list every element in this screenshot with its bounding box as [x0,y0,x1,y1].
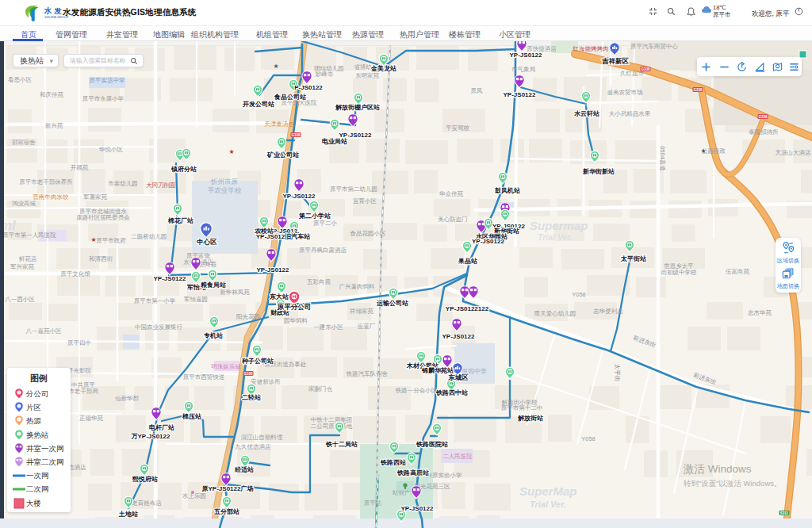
svg-text:原平市政府: 原平市政府 [96,237,126,244]
svg-text:宜育小区: 宜育小区 [353,197,377,205]
svg-text:YP-JS0122: YP-JS0122 [257,266,289,274]
svg-text:新华林凤苑: 新华林凤苑 [220,289,250,296]
svg-text:原平四中: 原平四中 [67,339,91,346]
svg-text:铁路西站: 铁路西站 [380,459,406,466]
svg-text:老百姓布店: 老百姓布店 [132,499,162,507]
svg-text:园华饲料: 园华饲料 [284,317,308,324]
svg-text:YP-JS0122: YP-JS0122 [442,333,475,340]
svg-text:广兴薯肉饲料: 广兴薯肉饲料 [339,283,376,290]
svg-text:鸿业高城: 鸿业高城 [12,200,36,207]
svg-text:食品公司站: 食品公司站 [274,94,306,101]
svg-text:运输公司站: 运输公司站 [376,300,408,307]
svg-text:原平实达中学: 原平实达中学 [90,77,126,84]
svg-text:二人民医院: 二人民医院 [442,453,473,460]
svg-text:和庆佳苑: 和庆佳苑 [40,91,64,98]
svg-text:食品花园小区: 食品花园小区 [350,230,387,237]
svg-text:军怡嘉园: 军怡嘉园 [184,296,208,303]
svg-text:看悉小区: 看悉小区 [8,76,33,83]
svg-text:平安驾校: 平安驾校 [446,124,470,132]
svg-text:正德华苑: 正德华苑 [79,415,104,422]
svg-text:原平市永康小学: 原平市永康小学 [82,95,124,102]
svg-text:熙悦府站: 熙悦府站 [132,475,158,483]
svg-text:平农业学校: 平农业学校 [208,186,242,194]
svg-text:军藩家苑: 军藩家苑 [83,193,108,201]
svg-text:解放街棚户区站: 解放街棚户区站 [335,104,380,111]
svg-text:★: ★ [273,63,278,70]
svg-text:原平市第二幼儿园: 原平市第二幼儿园 [330,186,377,193]
svg-text:原平分公司: 原平分公司 [277,303,312,311]
svg-text:街初级中学校: 街初级中学校 [661,269,698,276]
svg-text:原平市第一人民医院: 原平市第一人民医院 [2,231,56,239]
svg-text:原凤: 原凤 [471,87,484,94]
svg-text:康路社区居民委员会: 康路社区居民委员会 [76,214,130,221]
svg-text:YP-JS0122: YP-JS0122 [510,52,542,59]
svg-text:美心防盗门: 美心防盗门 [438,216,468,223]
svg-text:YP-JS0122: YP-JS0122 [504,91,536,98]
svg-text:镇府分站: 镇府分站 [170,165,197,173]
svg-text:伍富向苑: 伍富向苑 [726,268,750,275]
svg-text:YP-JS0122: YP-JS0122 [401,505,434,512]
svg-text:Trial Ver.: Trial Ver. [538,232,573,242]
svg-text:一建东小区: 一建东小区 [313,323,343,331]
svg-text:G338: G338 [758,115,768,119]
svg-text:泰隆招待所: 泰隆招待所 [749,128,779,136]
svg-text:雨关爱心幼儿园: 雨关爱心幼儿园 [534,310,576,317]
svg-text:种子公司站: 种子公司站 [241,358,274,365]
svg-text:粮食局站: 粮食局站 [200,281,226,289]
svg-text:电杆厂站: 电杆厂站 [149,424,174,431]
svg-text:兴原实验小学: 兴原实验小学 [427,472,463,479]
svg-text:G108: G108 [243,372,253,376]
svg-text:太平街站: 太平街站 [620,255,646,262]
svg-text:大小武精品水果: 大小武精品水果 [609,110,651,117]
svg-text:经适站: 经适站 [234,466,254,473]
svg-text:天涯山大酒店: 天涯山大酒店 [776,149,812,156]
svg-text:棉压站: 棉压站 [182,413,201,420]
svg-text:中心区: 中心区 [197,238,217,246]
svg-text:星光影院: 星光影院 [67,367,92,374]
svg-text:湿江山自助料理: 湿江山自助料理 [241,434,283,441]
svg-text:金美龙站: 金美龙站 [370,64,396,72]
svg-text:水云轩站: 水云轩站 [573,110,599,117]
svg-text:YP-JS0122122: YP-JS0122122 [446,305,489,312]
svg-text:电业局站: 电业局站 [322,138,347,145]
svg-text:★: ★ [90,236,96,243]
svg-text:晋南牛肉水饺: 晋南牛肉水饺 [33,193,70,201]
svg-text:天津童汤包: 天津童汤包 [264,121,294,128]
svg-text:华悦小区: 华悦小区 [98,146,124,153]
svg-text:市气象局: 市气象局 [511,66,536,73]
svg-text:专机站: 专机站 [203,332,223,339]
svg-text:中国农业发展银行: 中国农业发展银行 [135,323,183,331]
svg-text:YP-JS0122: YP-JS0122 [283,193,316,200]
svg-text:邵家宿舍: 邵家宿舍 [12,139,36,146]
svg-text:P-JS0122: P-JS0122 [294,84,323,91]
svg-text:★: ★ [700,147,706,155]
svg-text:Y058: Y058 [572,291,586,298]
svg-text:水上乐园: 水上乐园 [182,492,206,499]
svg-text:土地站: 土地站 [118,511,138,518]
svg-text:原平站: 原平站 [364,499,382,507]
svg-text:军兴家苑: 军兴家苑 [10,263,35,270]
svg-text:家蒯门仓: 家蒯门仓 [308,385,333,392]
svg-text:吉祥新区: 吉祥新区 [601,57,630,65]
svg-text:东明家苑: 东明家苑 [355,72,380,79]
svg-text:市泰幼儿园: 市泰幼儿园 [108,180,138,187]
svg-text:团结幼儿园: 团结幼儿园 [314,65,344,72]
svg-text:市老干部局: 市老干部局 [68,388,98,395]
svg-text:YP-JS012旧汽车站: YP-JS012旧汽车站 [256,233,310,240]
svg-text:红海烧烤烤肉: 红海烧烤烤肉 [573,45,609,52]
svg-text:铁十二局站: 铁十二局站 [325,441,358,448]
svg-text:第二小学站: 第二小学站 [298,212,331,220]
svg-text:铁路医院站: 铁路医院站 [416,441,448,448]
svg-text:YP-JS0122: YP-JS0122 [472,238,504,245]
svg-text:和清西街: 和清西街 [89,255,113,262]
svg-text:鲜花店: 鲜花店 [19,255,37,262]
svg-text:原平市第一小学: 原平市第一小学 [134,297,176,304]
svg-text:原平文化馆: 原平文化馆 [60,270,90,277]
svg-text:志杰华苑: 志杰华苑 [748,309,772,316]
svg-text:G108: G108 [291,133,301,137]
svg-text:铁路一分会小区: 铁路一分会小区 [395,387,438,394]
svg-text:应蓝厂: 应蓝厂 [358,323,376,330]
svg-text:原YP-JS0122广场: 原YP-JS0122广场 [201,484,254,492]
svg-text:Supermap: Supermap [530,219,588,232]
svg-text:YP-JS0122: YP-JS0122 [154,275,186,282]
